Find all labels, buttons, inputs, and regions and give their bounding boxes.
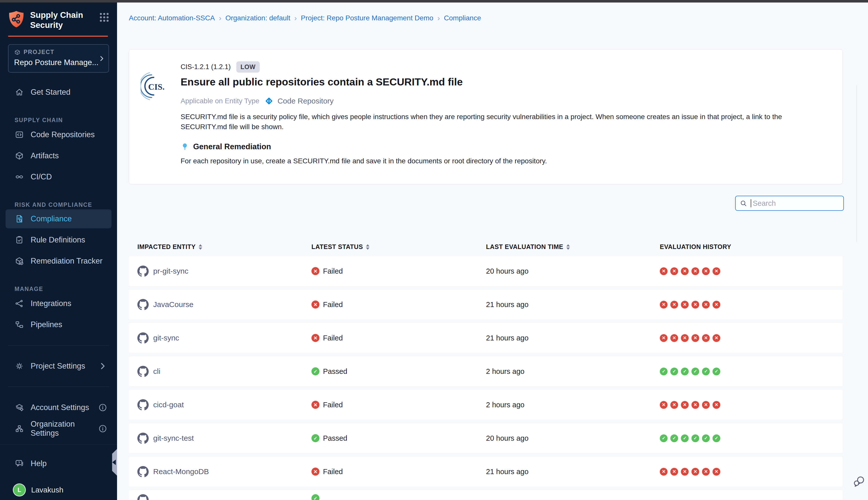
github-icon [137,332,149,344]
table-row[interactable]: JavaCourse✕Failed21 hours ago✕✕✕✕✕✕ [129,290,843,319]
breadcrumb-separator: › [437,14,440,22]
breadcrumb: Account: Automation-SSCA›Organization: d… [129,13,481,23]
history-pass-icon: ✓ [681,367,689,375]
evaluation-history-cell: ✓✓✓✓✓✓ [660,423,720,453]
compliance-table: IMPACTED ENTITYLATEST STATUSLAST EVALUAT… [129,239,843,500]
entity-name[interactable]: git-sync-test [153,434,194,442]
entity-cell: pr-git-sync [137,256,188,286]
user-menu[interactable]: L Lavakush [0,480,117,500]
applicable-label: Applicable on Entity Type [181,97,259,105]
breadcrumb-item-2[interactable]: Project: Repo Posture Management Demo [301,14,433,22]
entity-name[interactable]: cicd-goat [153,400,184,409]
column-label: IMPACTED ENTITY [137,243,196,250]
history-fail-icon: ✕ [713,334,720,342]
app-title: Supply Chain Security [30,9,93,30]
home-icon [14,88,24,97]
entity-name[interactable]: git-sync [153,334,179,342]
svg-text:?: ? [18,461,20,465]
status-label: Passed [323,367,347,376]
column-header-last-evaluation-time[interactable]: LAST EVALUATION TIME [486,243,570,250]
svg-text:CIS.: CIS. [148,82,164,91]
evaluation-history-cell: ✓✓✓✓✓✓ [660,356,720,386]
app-logo-row: Supply Chain Security [0,2,117,30]
severity-badge: LOW [236,61,260,72]
sidebar-item-organization-settings[interactable]: Organization Settings [0,418,117,439]
github-icon [137,494,149,500]
sidebar-item-account-settings[interactable]: Account Settings [0,397,117,418]
entity-name[interactable]: cli [153,367,160,376]
org-icon [14,424,24,433]
project-selector[interactable]: PROJECT Repo Posture Manage... [8,44,109,72]
collapse-arrow-icon [112,459,116,465]
sidebar-item-label: Remediation Tracker [31,257,103,265]
sidebar-item-project-settings[interactable]: Project Settings [0,355,117,377]
sidebar-item-pipelines[interactable]: Pipelines [0,314,117,335]
sort-icon[interactable] [566,244,570,250]
history-pass-icon: ✓ [681,434,689,442]
sort-up-arrow [199,244,202,247]
evaluation-time: 21 hours ago [486,300,529,309]
sort-icon[interactable] [199,244,202,250]
github-icon [137,433,149,444]
project-name: Repo Posture Manage... [14,58,95,67]
table-row[interactable]: React-MongoDB✕Failed21 hours ago✕✕✕✕✕✕ [129,457,843,486]
table-row[interactable]: cicd-goat✕Failed2 hours ago✕✕✕✕✕✕ [129,390,843,420]
cube-icon [14,151,24,161]
column-header-latest-status[interactable]: LATEST STATUS [311,243,369,250]
entity-name[interactable]: JavaCourse [153,300,193,309]
failed-status-icon: ✕ [311,401,320,409]
table-row[interactable]: ✓ [129,490,843,500]
entity-name[interactable]: React-MongoDB [153,467,209,476]
user-name: Lavakush [31,486,63,494]
sidebar-item-get-started[interactable]: Get Started [0,82,117,103]
column-header-evaluation-history: EVALUATION HISTORY [660,243,731,250]
info-icon[interactable] [98,424,107,433]
table-row[interactable]: cli✓Passed2 hours ago✓✓✓✓✓✓ [129,356,843,386]
sidebar-section-manage: MANAGE [14,286,117,293]
history-pass-icon: ✓ [670,434,678,442]
sidebar-item-label: Project Settings [31,362,85,371]
history-fail-icon: ✕ [713,301,720,308]
sidebar-divider [8,387,109,387]
app-switcher-icon[interactable] [99,12,110,23]
search-input[interactable] [753,199,840,207]
sidebar-item-label: Compliance [31,214,72,223]
breadcrumb-item-3[interactable]: Compliance [444,14,481,22]
entity-name[interactable]: pr-git-sync [153,267,188,275]
sidebar-item-ci-cd[interactable]: CI/CD [0,166,117,188]
column-header-impacted-entity[interactable]: IMPACTED ENTITY [137,243,202,250]
breadcrumb-item-0[interactable]: Account: Automation-SSCA [129,14,215,22]
project-label: PROJECT [24,49,55,56]
rule-description: SECURITY.md file is a security policy fi… [181,112,829,132]
history-fail-icon: ✕ [713,401,720,409]
column-label: LATEST STATUS [311,243,363,250]
history-fail-icon: ✕ [713,267,720,275]
status-label: Failed [323,401,343,409]
sidebar-item-rule-definitions[interactable]: Rule Definitions [0,229,117,250]
table-row[interactable]: git-sync✕Failed21 hours ago✕✕✕✕✕✕ [129,323,843,353]
info-icon[interactable] [98,403,107,412]
sidebar-item-artifacts[interactable]: Artifacts [0,145,117,166]
sidebar-item-code-repositories[interactable]: Code Repositories [0,124,117,145]
text-caret [751,199,751,207]
table-row[interactable]: git-sync-test✓Passed20 hours ago✓✓✓✓✓✓ [129,423,843,453]
sidebar-item-compliance[interactable]: Compliance [5,209,112,228]
evaluation-time-cell: 20 hours ago [486,423,529,453]
search-box[interactable] [735,196,844,211]
sidebar-item-help[interactable]: ? Help [0,455,117,473]
pipeline-icon [14,320,24,329]
sidebar-item-remediation-tracker[interactable]: Remediation Tracker [0,250,117,272]
rule-card: CIS. CIS-1.2.1 (1.2.1) LOW Ensure all pu… [129,49,843,184]
status-cell: ✓Passed [311,423,347,453]
sidebar-item-label: Rule Definitions [31,236,85,245]
history-fail-icon: ✕ [660,468,668,476]
sort-icon[interactable] [366,244,369,250]
history-pass-icon: ✓ [702,367,710,375]
sidebar-item-label: CI/CD [31,172,52,181]
breadcrumb-item-1[interactable]: Organization: default [225,14,290,22]
table-row[interactable]: pr-git-sync✕Failed20 hours ago✕✕✕✕✕✕ [129,256,843,286]
feedback-chat-icon[interactable] [853,475,866,488]
sidebar-item-integrations[interactable]: Integrations [0,293,117,314]
sort-down-arrow [199,248,202,250]
gear-icon [14,361,24,371]
